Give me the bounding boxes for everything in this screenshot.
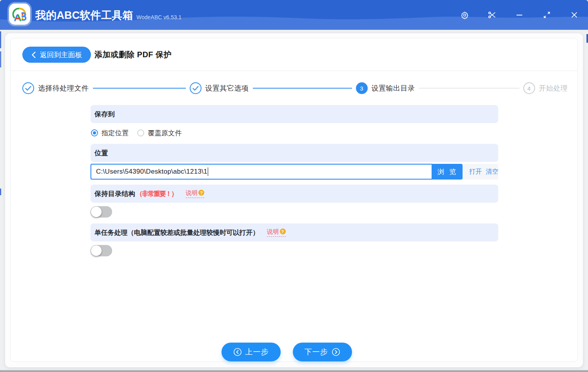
single-task-toggle-row — [91, 245, 498, 256]
save-to-section-header: 保存到 — [91, 105, 498, 123]
location-path-input[interactable]: C:\Users\54390\Desktop\abc\1213\1 — [91, 164, 432, 180]
maximize-button[interactable] — [533, 0, 561, 30]
app-version: WodeABC v6.53.1 — [136, 13, 181, 22]
output-settings-form: 保存到 指定位置 覆盖原文件 位置 C:\Users\54390\Desktop… — [91, 105, 498, 256]
keep-structure-label: 保持目录结构 — [94, 189, 135, 198]
single-task-label: 单任务处理（电脑配置较差或批量处理较慢时可以打开） — [94, 228, 259, 237]
save-to-label: 保存到 — [94, 110, 115, 119]
chevron-left-icon — [31, 51, 36, 58]
radio-specified-location[interactable]: 指定位置 — [91, 129, 129, 138]
toggle-knob — [91, 245, 102, 256]
step-3-number: 3 — [360, 85, 363, 92]
screenshot-button[interactable] — [478, 0, 506, 30]
step-3-circle: 3 — [356, 82, 368, 94]
step-indicator: 选择待处理文件 设置其它选项 3 设置输出目录 4 开始处理 — [22, 81, 568, 95]
screen-bottom-edge — [0, 370, 588, 372]
titlebar: 我的ABC软件工具箱 WodeABC v6.53.1 — [0, 0, 588, 30]
save-to-options: 指定位置 覆盖原文件 — [91, 128, 498, 138]
single-task-help-link[interactable]: 说明 ? — [267, 229, 286, 237]
close-button[interactable] — [561, 0, 588, 30]
circle-arrow-left-icon — [233, 348, 242, 356]
settings-button[interactable] — [451, 0, 478, 30]
step-4-circle: 4 — [523, 82, 535, 94]
background-window-sliver — [0, 31, 1, 48]
wizard-footer: 上一步 下一步 — [3, 343, 570, 361]
keep-structure-important: （非常重要！） — [136, 189, 177, 198]
radio-selected-icon — [91, 129, 98, 136]
text-caret — [208, 167, 208, 176]
back-button-label: 返回到主面板 — [40, 50, 82, 60]
step-2-label: 设置其它选项 — [205, 83, 249, 93]
step-2-circle — [190, 82, 201, 94]
radio-overwrite-original[interactable]: 覆盖原文件 — [137, 129, 182, 138]
step-connector-done — [253, 88, 352, 89]
location-links: 打开 清空 — [463, 164, 498, 180]
minimize-button[interactable] — [506, 0, 533, 30]
background-window-sliver — [0, 51, 1, 67]
scissors-icon — [488, 11, 496, 19]
help-label: 说明 — [267, 229, 279, 235]
radio-overwrite-original-label: 覆盖原文件 — [148, 129, 182, 138]
check-icon — [25, 86, 31, 91]
step-4-label: 开始处理 — [539, 83, 568, 93]
check-icon — [192, 86, 199, 91]
step-connector-pending — [419, 88, 519, 89]
page-title: 添加或删除 PDF 保护 — [94, 47, 172, 63]
next-step-label: 下一步 — [305, 347, 328, 357]
next-step-button[interactable]: 下一步 — [293, 343, 352, 361]
close-icon — [570, 11, 579, 19]
clear-link[interactable]: 清空 — [486, 168, 498, 176]
step-3-label: 设置输出目录 — [372, 83, 415, 93]
question-mark-icon: ? — [198, 190, 204, 196]
location-path-value: C:\Users\54390\Desktop\abc\1213\1 — [96, 168, 207, 176]
step-1-circle — [22, 82, 34, 94]
question-mark-icon: ? — [280, 229, 286, 234]
step-1-label: 选择待处理文件 — [38, 83, 89, 93]
app-logo-icon — [11, 6, 28, 22]
gear-icon — [461, 11, 469, 19]
titlebar-buttons — [451, 0, 588, 30]
location-section-header: 位置 — [91, 144, 498, 162]
help-label: 说明 — [186, 190, 198, 196]
background-window-sliver — [0, 189, 1, 195]
keep-structure-help-link[interactable]: 说明 ? — [186, 190, 205, 198]
background-window-sliver — [586, 34, 588, 43]
browse-button[interactable]: 浏 览 — [432, 164, 463, 180]
app-logo — [9, 4, 30, 25]
step-connector-done — [93, 88, 186, 89]
keep-structure-toggle[interactable] — [91, 206, 112, 218]
previous-step-button[interactable]: 上一步 — [221, 343, 281, 361]
keep-structure-toggle-row — [91, 206, 498, 218]
radio-unselected-icon — [137, 129, 144, 136]
open-link[interactable]: 打开 — [469, 168, 482, 176]
location-input-row: C:\Users\54390\Desktop\abc\1213\1 浏 览 打开… — [91, 164, 498, 180]
step-4-number: 4 — [527, 85, 530, 92]
circle-arrow-right-icon — [332, 348, 340, 356]
single-task-toggle[interactable] — [91, 245, 112, 256]
minimize-icon — [515, 11, 524, 19]
keep-structure-section-header: 保持目录结构（非常重要！） 说明 ? — [91, 185, 498, 203]
back-to-dashboard-button[interactable]: 返回到主面板 — [22, 47, 91, 63]
toggle-knob — [91, 207, 102, 217]
radio-specified-location-label: 指定位置 — [102, 129, 129, 138]
card-header: 返回到主面板 添加或删除 PDF 保护 — [11, 38, 577, 71]
location-label: 位置 — [94, 149, 108, 158]
single-task-section-header: 单任务处理（电脑配置较差或批量处理较慢时可以打开） 说明 ? — [91, 223, 498, 241]
app-title: 我的ABC软件工具箱 — [35, 8, 133, 23]
previous-step-label: 上一步 — [245, 347, 269, 357]
main-card: 返回到主面板 添加或删除 PDF 保护 选择待处理文件 设置其它选项 3 设置输… — [10, 38, 578, 362]
maximize-icon — [543, 11, 551, 19]
